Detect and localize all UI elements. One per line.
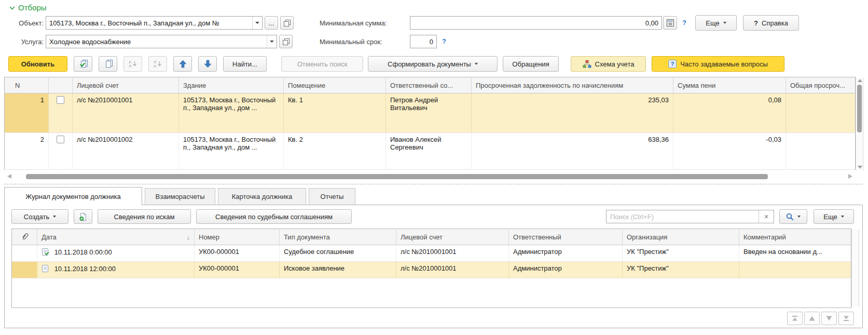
object-choose-button[interactable]: ... [265,16,278,30]
col-header-responsible[interactable]: Ответственный со... [386,77,472,93]
faq-button[interactable]: ? Часто задаваемые вопросы [652,56,784,72]
unselect-all-icon-button[interactable] [99,56,117,72]
sort-descending-indicator: ↓ [187,233,190,241]
col-header-doc-type[interactable]: Тип документа [280,229,396,245]
court-agreements-info-button[interactable]: Сведения по судебным соглашениям [196,209,352,224]
total-cell [786,133,856,170]
claims-info-button[interactable]: Сведения по искам [98,209,191,224]
min-term-field [410,35,437,48]
date-header-label: Дата [42,233,57,241]
splitter-handle[interactable] [4,184,863,184]
room-cell: Кв. 1 [284,93,386,133]
appeals-button[interactable]: Обращения [503,56,559,72]
generate-documents-label: Сформировать документы [388,60,471,68]
accounting-scheme-button[interactable]: Схема учета [571,56,646,72]
search-input[interactable] [607,210,759,223]
move-down-button[interactable] [198,56,217,72]
col-header-organization[interactable]: Организация [623,229,739,245]
doc-type-cell: Исковое заявление [280,262,396,278]
scroll-left-icon[interactable] [7,174,11,179]
generate-documents-button[interactable]: Сформировать документы [368,56,498,72]
filters-more-button[interactable]: Еще [695,15,737,31]
col-header-debt[interactable]: Просроченная задолженность по начисления… [472,77,673,93]
debtors-vertical-scrollbar[interactable] [856,77,863,170]
table-row[interactable]: 10.11.2018 0:00:00 УК00-000001 Судебное … [12,245,851,262]
col-header-comment[interactable]: Комментарий [739,229,851,245]
col-header-account[interactable]: Лицевой счет [73,77,179,93]
help-button-label: Справка [762,19,788,27]
journal-table: Дата ↓ Номер Тип документа Лицевой счет … [11,229,851,308]
create-by-copy-button[interactable] [74,209,92,224]
account-cell: л/с №2010001001 [396,245,509,262]
account-cell: л/с №2010001001 [396,262,509,278]
scroll-up-icon[interactable] [858,79,862,82]
col-header-responsible[interactable]: Ответственный [509,229,623,245]
debtors-horizontal-scrollbar[interactable] [4,172,856,180]
object-input[interactable] [46,17,252,29]
tab-debtor-card[interactable]: Карточка должника [218,188,306,205]
col-header-room[interactable]: Помещение [284,77,386,93]
scroll-right-icon[interactable] [848,174,852,179]
go-last-button[interactable] [838,312,854,325]
col-header-date[interactable]: Дата ↓ [37,229,195,245]
journal-vertical-scrollbar[interactable] [851,229,859,307]
col-header-account[interactable]: Лицевой счет [396,229,509,245]
col-header-attachment[interactable] [12,229,37,245]
row-checkbox[interactable] [57,96,64,104]
sort-ascending-button[interactable]: АЯ [123,56,142,72]
tab-settlements[interactable]: Взаиморасчеты [145,188,215,205]
help-button[interactable]: ? Справка [743,15,799,31]
responsible-cell: Администратор [509,245,623,262]
sort-descending-button[interactable]: ЯА [148,56,167,72]
service-input[interactable] [46,35,267,48]
go-next-button[interactable] [821,312,837,325]
go-last-icon [843,315,850,321]
create-button[interactable]: Создать [11,209,68,224]
col-header-building[interactable]: Здание [179,77,284,93]
scrollbar-thumb[interactable] [857,85,862,132]
table-row[interactable]: 10.11.2018 12:00:00 УК00-000001 Исковое … [12,262,851,278]
filters-group-header[interactable]: Отборы [9,3,47,12]
min-sum-help-link[interactable]: ? [682,19,686,26]
scrollbar-thumb[interactable] [26,174,768,179]
service-dropdown-button[interactable] [267,35,277,48]
table-row[interactable]: 2 л/с №2010001002 105173, Москва г., Вос… [5,133,856,170]
tab-reports[interactable]: Отчеты [309,188,355,205]
min-term-input[interactable] [410,35,436,48]
row-checkbox[interactable] [57,136,64,143]
journal-more-button[interactable]: Еще [814,209,854,224]
go-previous-button[interactable] [804,312,820,325]
min-term-help-link[interactable]: ? [442,37,446,45]
doc-type-cell: Судебное соглашение [280,245,396,262]
journal-more-label: Еще [823,213,837,221]
col-header-total[interactable]: Общая просроч... [786,77,856,93]
col-header-penalty[interactable]: Сумма пени [673,77,786,93]
go-first-button[interactable] [787,312,803,325]
search-icon [786,213,794,221]
sort-descending-icon: ЯА [153,60,162,68]
select-all-button[interactable] [74,56,92,72]
clear-search-button[interactable]: × [759,210,774,223]
responsible-cell: Иванов Алексей Сергеевич [386,133,472,170]
min-sum-input[interactable] [410,17,662,29]
service-open-button[interactable] [279,35,293,48]
col-header-n[interactable]: N [5,77,49,93]
find-button[interactable]: Найти... [223,56,267,72]
min-sum-calculator-button[interactable] [663,16,677,30]
chevron-down-icon [53,216,56,218]
search-options-button[interactable] [779,209,807,224]
move-up-button[interactable] [173,56,192,72]
min-sum-field [410,16,662,30]
col-header-number[interactable]: Номер [195,229,280,245]
account-cell: л/с №2010001001 [73,93,179,133]
object-open-button[interactable] [280,16,294,30]
cancel-search-button[interactable]: Отменить поиск [281,56,363,72]
tab-documents-journal[interactable]: Журнал документов должника [4,187,142,205]
object-dropdown-button[interactable] [252,17,262,29]
page: Отборы Объект: ... Минимальная сумма: ? … [0,0,868,335]
chevron-down-icon [723,22,726,24]
refresh-button[interactable]: Обновить [8,56,67,72]
scroll-down-icon[interactable] [858,166,862,169]
col-header-checkbox[interactable] [49,77,73,93]
table-row[interactable]: 1 л/с №2010001001 105173, Москва г., Вос… [5,93,856,133]
